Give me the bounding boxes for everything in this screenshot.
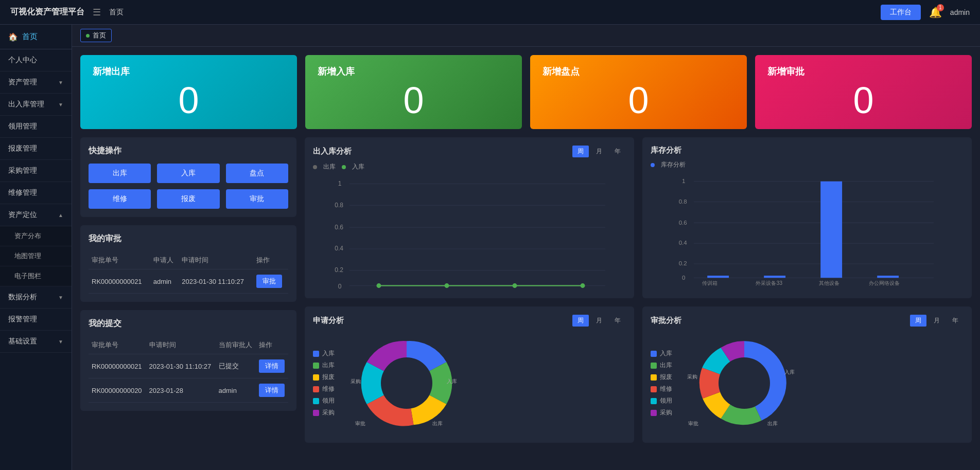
content-bottom: 快捷操作 出库 入库 盘点 维修 报废 审批 我的审批 [72,137,980,451]
chart-inventory-legend: 库存分析 [651,160,964,169]
sidebar-label: 资产定位 [8,210,37,220]
tab-year[interactable]: 年 [609,146,626,157]
applicant: admin [150,269,179,294]
apply-time: 2023-01-30 11:10:27 [179,269,253,294]
svg-text:采购: 采购 [687,374,697,379]
legend-item-purchase2: 采购 [651,408,672,417]
bar-chart-svg: 1 0.8 0.6 0.4 0.2 0 [651,173,964,286]
app-title: 可视化资产管理平台 [10,7,84,17]
legend-text-purchase2: 采购 [660,408,672,417]
breadcrumb-bar: 首页 [72,25,980,47]
col-action: 操作 [253,251,288,269]
menu-icon[interactable]: ☰ [93,7,101,18]
legend-item-requisition2: 领用 [651,396,672,405]
sidebar-item-data-analysis[interactable]: 数据分析 ▼ [0,286,72,309]
legend-text-repair2: 维修 [660,385,672,393]
sidebar-item-home[interactable]: 🏠 首页 [0,25,72,49]
sidebar-home-label: 首页 [22,32,38,42]
legend-item-inbound: 入库 [313,349,335,358]
sidebar-label: 个人中心 [8,56,37,65]
approval-table: 审批单号 申请人 申请时间 操作 RK00000000021 admin [89,251,288,294]
legend-text-repair: 维修 [322,385,335,393]
stat-card-outbound: 新增出库 0 [80,55,297,129]
quick-btn-stock[interactable]: 盘点 [226,164,288,183]
legend-label-outbound: 出库 [323,162,336,171]
sidebar-sub-item-map[interactable]: 地图管理 [0,246,72,266]
sidebar-label: 资产管理 [8,78,37,87]
tab-apply-year[interactable]: 年 [609,315,626,327]
svg-text:0.2: 0.2 [335,266,343,274]
svg-rect-36 [707,276,729,278]
topbar: 可视化资产管理平台 ☰ 首页 工作台 🔔 1 admin [0,0,980,25]
legend-text-outbound2: 出库 [660,361,672,370]
col-current-approver: 当前审批人 [216,336,256,354]
sidebar-label: 领用管理 [8,122,37,131]
notification-bell[interactable]: 🔔 1 [929,6,942,19]
apply-legend: 入库 出库 报废 维修 [313,349,335,417]
workbench-button[interactable]: 工作台 [881,5,921,20]
legend-item-outbound2: 出库 [651,361,672,370]
sidebar-item-inout[interactable]: 出入库管理 ▼ [0,94,72,116]
quick-btn-scrap[interactable]: 报废 [157,189,219,209]
legend-label-inbound: 入库 [352,162,364,171]
sidebar-item-asset[interactable]: 资产管理 ▼ [0,71,72,94]
sidebar-item-purchase[interactable]: 采购管理 [0,160,72,182]
approve-button[interactable]: 审批 [256,275,282,288]
chevron-up-icon: ▲ [58,212,63,218]
stat-label-inventory: 新增盘点 [542,65,734,78]
submit-button[interactable]: 详情 [259,384,285,397]
table-row: RK00000000020 2023-01-28 admin 详情 [89,378,288,403]
tab-approval-month[interactable]: 月 [929,315,945,327]
sidebar-item-personal[interactable]: 个人中心 [0,49,72,71]
chart-inout: 出入库分析 周 月 年 出库 入库 1 0.8 [305,137,634,298]
quick-btn-outbound[interactable]: 出库 [89,164,151,183]
sidebar-item-location[interactable]: 资产定位 ▲ [0,204,72,226]
stat-value-inventory: 0 [542,82,734,119]
legend-item-outbound: 出库 [313,361,335,370]
tab-apply-month[interactable]: 月 [591,315,607,327]
chart-inout-header: 出入库分析 周 月 年 [313,146,626,157]
quick-btn-inbound[interactable]: 入库 [157,164,219,183]
sidebar-item-repair[interactable]: 维修管理 [0,182,72,204]
tab-month[interactable]: 月 [591,146,607,157]
topbar-nav-home[interactable]: 首页 [109,8,124,17]
quick-ops-panel: 快捷操作 出库 入库 盘点 维修 报废 审批 [80,137,296,217]
sidebar-item-basic-settings[interactable]: 基础设置 ▼ [0,331,72,353]
breadcrumb-label: 首页 [93,31,106,40]
stat-label-inbound: 新增入库 [318,65,510,78]
quick-btn-approve[interactable]: 审批 [226,189,288,209]
my-submission-title: 我的提交 [89,318,288,329]
col-approval-id: 审批单号 [89,251,150,269]
legend-item-scrap2: 报废 [651,373,672,382]
legend-color-repair2 [651,386,657,392]
svg-rect-38 [820,182,842,278]
sidebar-sub-item-distribution[interactable]: 资产分布 [0,226,72,246]
svg-text:其他设备: 其他设备 [819,280,839,286]
tab-apply-week[interactable]: 周 [572,315,589,327]
svg-rect-37 [764,276,785,278]
sidebar-item-requisition[interactable]: 领用管理 [0,116,72,138]
tab-approval-week[interactable]: 周 [910,315,926,327]
table-row: RK00000000021 admin 2023-01-30 11:10:27 … [89,269,288,294]
tab-approval-year[interactable]: 年 [947,315,964,327]
quick-btn-repair[interactable]: 维修 [89,189,151,209]
col-apply-time: 申请时间 [179,251,253,269]
sidebar-sub-item-fence[interactable]: 电子围栏 [0,266,72,286]
legend-color-scrap2 [651,374,657,381]
sidebar-item-alarm[interactable]: 报警管理 [0,309,72,331]
approval-table-wrap: 审批单号 申请人 申请时间 操作 RK00000000021 admin [89,251,288,294]
detail-button[interactable]: 详情 [259,359,285,373]
sidebar-item-scrap[interactable]: 报废管理 [0,138,72,160]
legend-color-scrap [313,374,319,381]
sub-action-cell: 详情 [256,354,288,378]
main-layout: 🏠 首页 个人中心 资产管理 ▼ 出入库管理 ▼ 领用管理 报废管理 采购管理 … [0,25,980,470]
legend-item-purchase: 采购 [313,408,335,417]
my-approval-title: 我的审批 [89,233,288,244]
legend-dot-inbound [342,165,346,169]
action-cell: 审批 [253,269,288,294]
sub-action-cell: 详情 [256,378,288,403]
stat-label-outbound: 新增出库 [93,65,285,78]
my-approval-panel: 我的审批 审批单号 申请人 申请时间 操作 [80,225,296,302]
legend-text-requisition2: 领用 [660,396,672,405]
tab-week[interactable]: 周 [572,146,589,157]
